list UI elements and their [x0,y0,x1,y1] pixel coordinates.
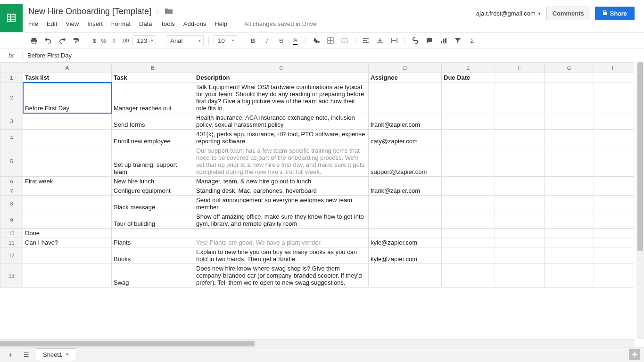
cell[interactable]: Send forms [112,113,194,130]
redo-icon[interactable] [57,35,68,46]
cell[interactable] [23,264,112,288]
cell[interactable]: Manager reaches out [112,82,194,113]
all-sheets-icon[interactable]: ☰ [20,349,33,361]
cell[interactable] [442,113,495,130]
row-header[interactable]: 8 [0,196,23,212]
row-header[interactable]: 12 [0,247,23,264]
cell[interactable] [545,264,594,288]
cell[interactable] [442,146,495,177]
row-header[interactable]: 5 [0,146,23,177]
cell[interactable] [23,212,112,229]
cell[interactable] [545,73,594,82]
comments-button[interactable]: Comments [546,7,590,20]
cell[interactable]: Books [112,247,194,264]
select-all-corner[interactable] [0,63,23,73]
star-icon[interactable]: ☆ [155,8,161,15]
cell[interactable] [495,177,545,186]
cell[interactable] [594,186,634,196]
cell[interactable] [442,130,495,146]
cell[interactable]: Description [194,73,369,82]
font-size-select[interactable]: 10▼ [214,35,237,46]
cell[interactable] [495,229,545,238]
cell[interactable] [23,247,112,264]
increase-decimal-icon[interactable]: .00 [121,38,130,43]
row-header[interactable]: 3 [0,113,23,130]
strikethrough-icon[interactable]: S [275,35,287,46]
cell[interactable] [495,73,545,82]
bold-icon[interactable]: B [247,35,258,46]
cell[interactable] [594,238,634,247]
borders-icon[interactable] [325,35,336,46]
cell[interactable]: Enroll new employee [112,130,194,146]
sheet-tab[interactable]: Sheet1 ▼ [36,348,76,361]
text-color-icon[interactable]: A [289,35,301,46]
cell[interactable]: Before First Day [23,82,112,113]
italic-icon[interactable]: I [261,35,272,46]
cell[interactable] [495,82,545,113]
cell[interactable]: Set up training: support team [112,146,194,177]
folder-icon[interactable] [165,8,173,16]
cell[interactable] [495,196,545,212]
cell[interactable] [545,196,594,212]
cell[interactable] [442,238,495,247]
cell[interactable] [594,113,634,130]
cell[interactable] [545,130,594,146]
insert-chart-icon[interactable] [438,35,449,46]
cell[interactable]: Talk Equipment! What OS/Hardware combina… [194,82,369,113]
cell[interactable] [442,186,495,196]
cell[interactable] [369,196,442,212]
cell[interactable] [594,229,634,238]
cell[interactable] [442,82,495,113]
account-menu[interactable]: aja.t.frost@gmail.com ▼ [476,10,542,17]
col-header-G[interactable]: G [545,63,594,73]
cell[interactable]: Swag [112,264,194,288]
cell[interactable] [545,247,594,264]
cell[interactable]: Tour of building [112,212,194,229]
cell[interactable] [369,212,442,229]
cell[interactable] [23,146,112,177]
cell[interactable]: Done [23,229,112,238]
print-icon[interactable] [28,35,40,46]
cell[interactable]: Plants [112,238,194,247]
row-header[interactable]: 4 [0,130,23,146]
cell[interactable]: Yes! Plants are good. We have a plant ve… [194,238,369,247]
cell[interactable] [369,177,442,186]
cell[interactable] [594,196,634,212]
cell[interactable] [23,113,112,130]
col-header-A[interactable]: A [23,63,112,73]
cell[interactable]: Does new hire know where swag shop is? G… [194,264,369,288]
cell[interactable]: 401(k), perks app, insurance, HR tool, P… [194,130,369,146]
row-header[interactable]: 11 [0,238,23,247]
cell[interactable]: support@zapier.com [369,146,442,177]
filter-icon[interactable] [452,35,463,46]
merge-cells-icon[interactable] [339,35,350,46]
cell[interactable] [594,82,634,113]
col-header-H[interactable]: H [594,63,634,73]
add-sheet-icon[interactable]: ＋ [4,349,17,361]
row-header[interactable]: 7 [0,186,23,196]
cell[interactable] [594,146,634,177]
cell[interactable]: Due Date [442,73,495,82]
col-header-F[interactable]: F [495,63,545,73]
cell[interactable] [495,146,545,177]
cell[interactable] [594,130,634,146]
fx-icon[interactable]: fx [0,52,23,59]
insert-link-icon[interactable] [410,35,421,46]
sheets-logo[interactable] [0,4,23,32]
cell[interactable]: Can I have? [23,238,112,247]
cell[interactable] [495,113,545,130]
percent-format-icon[interactable]: % [100,37,107,44]
document-title[interactable]: New Hire Onboarding [Template] [28,7,151,16]
cell[interactable] [545,177,594,186]
menu-file[interactable]: File [28,20,38,27]
row-header[interactable]: 2 [0,82,23,113]
cell[interactable] [594,73,634,82]
cell[interactable]: Health insurance, ACA insurance exchange… [194,113,369,130]
cell[interactable]: Task list [23,73,112,82]
cell[interactable] [545,186,594,196]
cell[interactable]: kyle@zapier.com [369,238,442,247]
menu-insert[interactable]: Insert [87,20,103,27]
cell[interactable]: Our support team has a few team-specific… [194,146,369,177]
cell[interactable] [369,229,442,238]
cell[interactable]: Configure equipment [112,186,194,196]
